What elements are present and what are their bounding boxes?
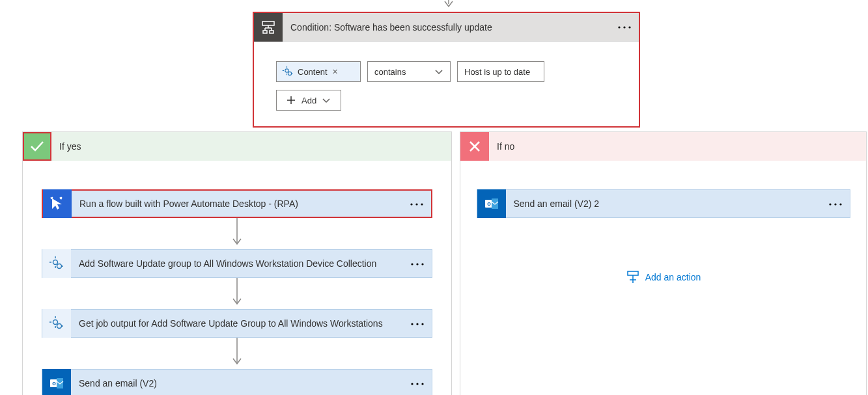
condition-card[interactable]: Condition: Software has been successfull… bbox=[253, 12, 640, 128]
action-more-button[interactable] bbox=[410, 259, 425, 269]
incoming-arrow bbox=[8, 0, 868, 12]
add-action-button[interactable]: Add an action bbox=[460, 270, 866, 284]
automation-gears-icon bbox=[282, 66, 294, 77]
outlook-icon bbox=[42, 369, 71, 395]
action-title: Get job output for Add Software Update G… bbox=[79, 318, 410, 329]
condition-title: Condition: Software has been successfull… bbox=[290, 22, 614, 33]
condition-value: Host is up to date bbox=[464, 67, 530, 77]
branch-yes-header[interactable]: If yes bbox=[23, 132, 451, 161]
connector-arrow-icon bbox=[232, 338, 242, 369]
chevron-down-icon bbox=[322, 96, 331, 104]
branch-yes-label: If yes bbox=[59, 141, 81, 152]
condition-header[interactable]: Condition: Software has been successfull… bbox=[254, 13, 639, 42]
action-title: Run a flow built with Power Automate Des… bbox=[79, 198, 409, 209]
action-title: Send an email (V2) bbox=[79, 378, 410, 388]
check-icon bbox=[23, 132, 51, 161]
action-run-desktop-flow[interactable]: Run a flow built with Power Automate Des… bbox=[42, 189, 432, 218]
action-get-job-output[interactable]: Get job output for Add Software Update G… bbox=[42, 309, 432, 338]
action-add-software-update-group[interactable]: Add Software Update group to All Windows… bbox=[42, 249, 432, 278]
close-icon bbox=[460, 132, 489, 161]
condition-add-button[interactable]: Add bbox=[276, 90, 341, 111]
automation-gears-icon bbox=[42, 309, 71, 338]
add-label: Add bbox=[301, 96, 316, 105]
connector-arrow-icon bbox=[232, 218, 242, 249]
condition-icon bbox=[254, 13, 283, 42]
action-title: Send an email (V2) 2 bbox=[514, 198, 828, 209]
condition-body: Content × contains Host is up to date Ad… bbox=[254, 42, 639, 126]
chevron-down-icon bbox=[434, 68, 443, 75]
cursor-click-icon bbox=[43, 189, 72, 218]
action-title: Add Software Update group to All Windows… bbox=[79, 258, 410, 269]
action-more-button[interactable] bbox=[828, 199, 843, 209]
action-send-email-2[interactable]: Send an email (V2) 2 bbox=[477, 189, 850, 218]
branch-no: If no Send an email (V2) 2 Add an action bbox=[460, 131, 867, 395]
condition-value-input[interactable]: Host is up to date bbox=[457, 61, 544, 82]
action-more-button[interactable] bbox=[410, 379, 425, 388]
branches-container: If yes Run a flow built with Power Autom… bbox=[8, 131, 868, 395]
token-label: Content bbox=[298, 67, 328, 77]
connector-arrow-icon bbox=[232, 278, 242, 309]
operator-value: contains bbox=[374, 67, 406, 77]
add-action-icon bbox=[626, 270, 640, 284]
branch-yes: If yes Run a flow built with Power Autom… bbox=[22, 131, 452, 395]
automation-gears-icon bbox=[42, 249, 71, 278]
action-send-email[interactable]: Send an email (V2) bbox=[42, 369, 432, 395]
condition-operator-select[interactable]: contains bbox=[367, 61, 451, 82]
action-more-button[interactable] bbox=[409, 199, 425, 209]
token-remove-button[interactable]: × bbox=[333, 66, 338, 77]
outlook-icon bbox=[477, 189, 506, 218]
condition-left-operand[interactable]: Content × bbox=[276, 61, 361, 82]
condition-more-button[interactable] bbox=[614, 17, 635, 38]
plus-icon bbox=[286, 95, 296, 105]
action-more-button[interactable] bbox=[410, 319, 425, 329]
branch-no-header[interactable]: If no bbox=[460, 132, 866, 161]
add-action-label: Add an action bbox=[645, 272, 701, 282]
branch-no-label: If no bbox=[497, 141, 514, 152]
